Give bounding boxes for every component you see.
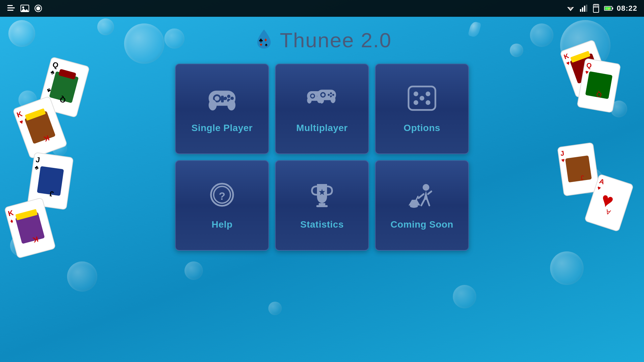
- svg-text:Q: Q: [586, 61, 592, 69]
- svg-point-98: [328, 94, 330, 96]
- svg-text:K: K: [16, 110, 24, 119]
- options-button[interactable]: Options: [375, 64, 469, 154]
- svg-rect-0: [7, 5, 13, 6]
- svg-rect-11: [580, 9, 581, 12]
- svg-point-82: [227, 100, 235, 110]
- svg-text:A: A: [605, 208, 611, 216]
- svg-text:J: J: [560, 149, 565, 157]
- cards-left-decoration: Q ♣ Q ♣ K ♥ K J ♣ J: [10, 60, 104, 261]
- svg-text:J: J: [35, 155, 41, 164]
- svg-text:♥: ♥: [566, 60, 571, 67]
- svg-text:♥: ♥: [260, 42, 262, 47]
- svg-rect-2: [7, 10, 13, 11]
- svg-rect-38: [25, 108, 46, 121]
- svg-rect-60: [585, 71, 612, 99]
- status-right-area: ⚡ 08:22: [566, 4, 637, 13]
- svg-point-113: [423, 184, 429, 191]
- svg-point-85: [311, 95, 314, 97]
- bubble-decoration: [67, 261, 97, 292]
- svg-point-106: [426, 100, 430, 105]
- bubble-decoration: [610, 101, 627, 117]
- svg-point-120: [410, 204, 418, 208]
- svg-rect-54: [570, 53, 600, 84]
- help-button[interactable]: ? Help: [175, 160, 269, 251]
- svg-point-99: [317, 96, 322, 103]
- svg-text:K: K: [563, 52, 570, 61]
- cards-right-decoration: K ♥ K Q ♥ Q J ♥ J A ♥ ♥: [540, 44, 634, 245]
- statistics-icon: [305, 181, 339, 213]
- multiplayer-button[interactable]: Multiplayer: [275, 64, 369, 154]
- svg-rect-48: [15, 212, 45, 244]
- bubble-decoration: [268, 302, 282, 315]
- coming-soon-label: Coming Soon: [390, 219, 453, 230]
- svg-text:♥: ♥: [598, 188, 616, 213]
- svg-point-102: [414, 92, 418, 96]
- svg-rect-80: [219, 97, 225, 100]
- svg-text:A: A: [598, 177, 605, 186]
- svg-rect-31: [58, 69, 76, 79]
- svg-marker-5: [21, 8, 29, 12]
- menu-icon: [7, 4, 16, 13]
- svg-text:♥: ♥: [596, 185, 601, 192]
- svg-rect-13: [584, 6, 585, 12]
- statistics-button[interactable]: Statistics: [275, 160, 369, 251]
- svg-point-4: [22, 6, 24, 8]
- help-icon: ?: [205, 181, 239, 213]
- svg-rect-49: [15, 209, 38, 220]
- svg-text:Q: Q: [59, 95, 67, 105]
- svg-rect-30: [49, 71, 78, 103]
- svg-line-117: [427, 200, 429, 205]
- sim-icon: [591, 4, 601, 13]
- coming-soon-button[interactable]: Coming Soon: [375, 160, 469, 251]
- svg-point-94: [321, 93, 324, 96]
- svg-rect-12: [582, 7, 583, 12]
- svg-text:♥: ♥: [585, 69, 589, 76]
- app-title: Thunee 2.0: [280, 28, 392, 52]
- single-player-button[interactable]: Single Player: [175, 64, 269, 154]
- single-player-icon: [205, 85, 239, 116]
- record-icon: [34, 4, 43, 13]
- svg-text:J: J: [49, 189, 54, 198]
- multiplayer-icon: [305, 85, 339, 116]
- svg-rect-45: [4, 198, 55, 258]
- svg-rect-62: [557, 142, 599, 196]
- gallery-icon: [20, 4, 30, 13]
- svg-text:♦: ♦: [9, 218, 14, 225]
- bubble-decoration: [577, 168, 604, 194]
- svg-rect-27: [38, 57, 89, 118]
- bubble-decoration: [550, 251, 584, 285]
- app-header: ♣ ♦ ♥ ♠ Thunee 2.0: [0, 17, 644, 53]
- svg-point-95: [330, 92, 332, 94]
- svg-rect-110: [319, 203, 325, 205]
- help-label: Help: [212, 219, 233, 230]
- svg-point-100: [330, 96, 335, 103]
- svg-rect-57: [577, 58, 621, 113]
- svg-point-7: [36, 6, 40, 10]
- svg-text:K: K: [43, 133, 51, 143]
- status-left-icons: [7, 4, 43, 13]
- battery-icon: ⚡: [604, 4, 613, 13]
- wifi-icon: [566, 4, 575, 13]
- svg-point-74: [215, 96, 219, 101]
- bubble-decoration: [184, 261, 203, 280]
- svg-rect-15: [593, 4, 599, 12]
- svg-rect-67: [585, 174, 634, 232]
- svg-text:K: K: [32, 235, 39, 244]
- svg-point-81: [209, 100, 217, 110]
- svg-rect-20: [612, 7, 613, 9]
- svg-line-114: [419, 194, 424, 198]
- multiplayer-label: Multiplayer: [296, 123, 347, 133]
- svg-rect-1: [7, 7, 15, 8]
- svg-text:Q: Q: [52, 60, 59, 70]
- svg-rect-65: [565, 156, 592, 183]
- svg-text:♠: ♠: [265, 42, 268, 47]
- options-label: Options: [404, 123, 440, 133]
- bubble-decoration: [18, 90, 37, 109]
- bubble-decoration: [52, 141, 67, 156]
- bubble-decoration: [453, 285, 476, 308]
- svg-text:♣: ♣: [34, 164, 39, 171]
- svg-text:♣: ♣: [50, 69, 55, 76]
- svg-rect-34: [13, 96, 67, 159]
- svg-point-96: [332, 94, 334, 96]
- svg-text:K: K: [7, 208, 14, 218]
